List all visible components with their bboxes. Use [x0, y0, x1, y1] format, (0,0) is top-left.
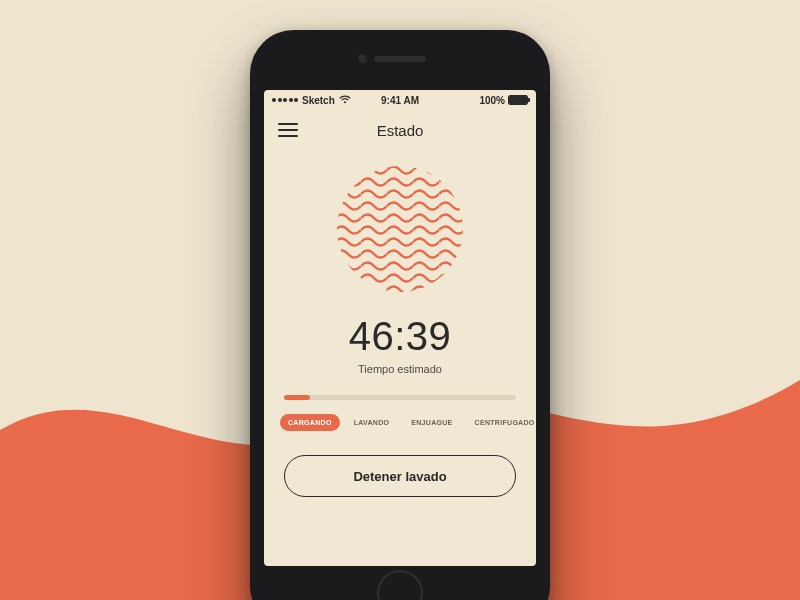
wifi-icon	[339, 95, 351, 106]
status-bar: Sketch 9:41 AM 100%	[264, 90, 536, 110]
phone-frame: Sketch 9:41 AM 100% Estado	[250, 30, 550, 600]
page-title: Estado	[377, 122, 424, 139]
battery-pct: 100%	[479, 95, 505, 106]
svg-rect-1	[335, 164, 465, 294]
signal-dots-icon	[272, 98, 298, 102]
step-enjuague[interactable]: ENJUAGUE	[403, 414, 460, 431]
app-header: Estado	[264, 110, 536, 150]
statusbar-time: 9:41 AM	[381, 95, 419, 106]
time-remaining: 46:39	[264, 314, 536, 359]
step-lavando[interactable]: LAVANDO	[346, 414, 398, 431]
step-centrifugado[interactable]: CENTRIFUGADO	[467, 414, 536, 431]
battery-icon	[508, 95, 528, 105]
timer: 46:39 Tiempo estimado	[264, 314, 536, 375]
app-screen: Sketch 9:41 AM 100% Estado	[264, 90, 536, 566]
wash-steps: CARGANDO LAVANDO ENJUAGUE CENTRIFUGADO	[280, 414, 520, 431]
time-label: Tiempo estimado	[264, 363, 536, 375]
wave-circle-illustration	[335, 164, 465, 294]
stop-wash-button[interactable]: Detener lavado	[284, 455, 516, 497]
progress-bar	[284, 395, 516, 400]
step-cargando[interactable]: CARGANDO	[280, 414, 340, 431]
carrier-label: Sketch	[302, 95, 335, 106]
menu-icon[interactable]	[278, 123, 298, 137]
progress-fill	[284, 395, 310, 400]
